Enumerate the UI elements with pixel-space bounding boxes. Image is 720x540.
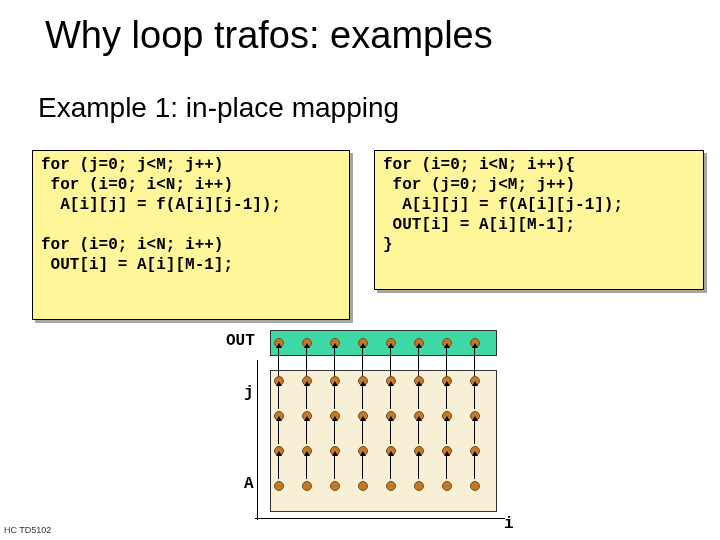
dep-arrow: [334, 421, 335, 444]
out-label: OUT: [226, 332, 255, 350]
out-arrow: [306, 348, 307, 376]
dep-arrow: [306, 421, 307, 444]
j-axis-label: j: [244, 384, 254, 402]
dep-arrow: [390, 386, 391, 409]
i-axis-label: i: [504, 515, 514, 533]
out-arrow: [390, 348, 391, 376]
grid-dot: [358, 481, 368, 491]
out-arrow: [362, 348, 363, 376]
dep-arrow: [418, 386, 419, 409]
grid-dot: [470, 481, 480, 491]
dep-arrow: [446, 456, 447, 479]
dep-arrow: [418, 456, 419, 479]
dep-arrow: [474, 456, 475, 479]
dep-arrow: [362, 421, 363, 444]
grid-dot: [442, 481, 452, 491]
dep-arrow: [278, 386, 279, 409]
dep-arrow: [306, 456, 307, 479]
grid-dot: [414, 481, 424, 491]
dep-arrow: [418, 421, 419, 444]
out-arrow: [474, 348, 475, 376]
dep-arrow: [278, 456, 279, 479]
out-arrow: [418, 348, 419, 376]
dep-arrow: [390, 456, 391, 479]
i-axis-line: [255, 518, 505, 519]
dep-arrow: [446, 421, 447, 444]
grid-dot: [274, 481, 284, 491]
slide-title: Why loop trafos: examples: [45, 14, 493, 57]
out-arrow: [334, 348, 335, 376]
dep-arrow: [474, 386, 475, 409]
footer-text: HC TD5102: [4, 525, 51, 535]
dep-arrow: [334, 386, 335, 409]
dep-arrow: [474, 421, 475, 444]
dep-arrow: [362, 456, 363, 479]
grid-dot: [386, 481, 396, 491]
j-axis-line: [257, 360, 258, 520]
dep-arrow: [334, 456, 335, 479]
grid-dot: [302, 481, 312, 491]
slide-subtitle: Example 1: in-place mapping: [38, 92, 399, 124]
a-array-label: A: [244, 475, 254, 493]
dep-arrow: [362, 386, 363, 409]
grid-dot: [330, 481, 340, 491]
dep-arrow: [278, 421, 279, 444]
dep-arrow: [390, 421, 391, 444]
out-arrow: [446, 348, 447, 376]
dep-arrow: [306, 386, 307, 409]
dep-arrow: [446, 386, 447, 409]
iteration-space-box: [270, 370, 497, 512]
code-block-left: for (j=0; j<M; j++) for (i=0; i<N; i++) …: [32, 150, 350, 320]
out-arrow: [278, 348, 279, 376]
code-block-right: for (i=0; i<N; i++){ for (j=0; j<M; j++)…: [374, 150, 704, 290]
